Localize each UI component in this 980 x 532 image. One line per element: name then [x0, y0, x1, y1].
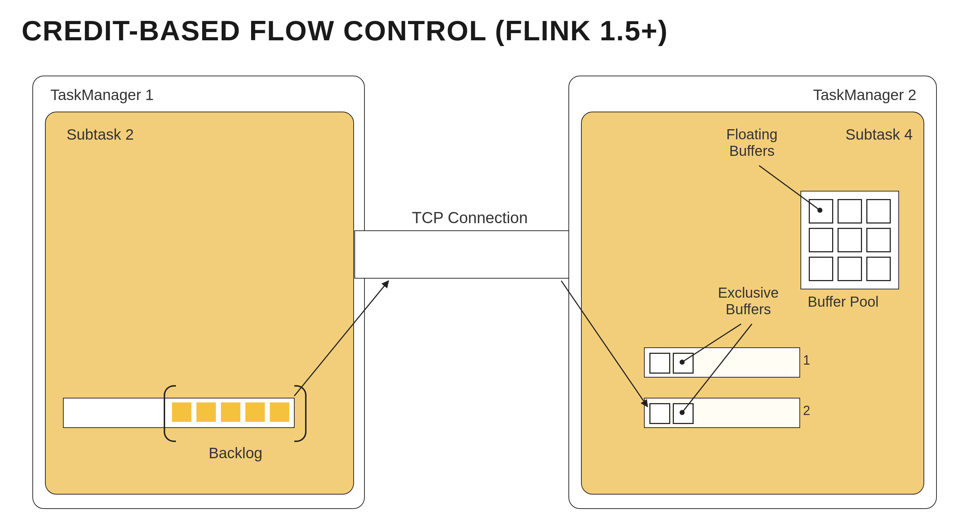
buffer-pool-cell [838, 256, 862, 281]
backlog-buffer [221, 402, 240, 422]
buffer-pool-cell [809, 199, 833, 223]
taskmanager-2-label: TaskManager 2 [813, 86, 916, 104]
buffer-pool-cell [866, 256, 891, 281]
backlog-bracket-right [294, 385, 307, 442]
buffer-pool-cell [809, 256, 833, 281]
buffer-pool-cell [809, 228, 833, 252]
subtask-2-box [45, 111, 354, 495]
page-title: CREDIT-BASED FLOW CONTROL (FLINK 1.5+) [22, 14, 668, 47]
backlog-label: Backlog [208, 444, 262, 462]
exclusive-buffer-cell [673, 403, 694, 424]
taskmanager-1-label: TaskManager 1 [50, 86, 154, 104]
diagram-stage: CREDIT-BASED FLOW CONTROL (FLINK 1.5+) T… [0, 0, 980, 532]
subtask-4-label: Subtask 4 [845, 126, 913, 143]
buffer-pool-cell [838, 228, 862, 252]
backlog-buffer [245, 402, 265, 422]
subtask-2-label: Subtask 2 [67, 126, 134, 143]
buffer-pool-label: Buffer Pool [808, 293, 878, 310]
buffer-pool-cell [866, 199, 891, 223]
floating-buffers-label: Floating Buffers [719, 126, 784, 159]
backlog-bracket-left [164, 385, 176, 442]
exclusive-buffers-label: Exclusive Buffers [712, 284, 784, 317]
channel-2-number: 2 [803, 403, 810, 418]
buffer-pool-cell [866, 228, 891, 252]
exclusive-buffer-cell [649, 403, 670, 424]
tcp-connection-label: TCP Connection [412, 209, 528, 227]
exclusive-buffer-cell [649, 353, 670, 374]
channel-1-number: 1 [803, 353, 810, 368]
tcp-connection-box [354, 230, 579, 279]
backlog-buffer [270, 402, 289, 422]
backlog-buffer [196, 402, 216, 422]
buffer-pool-cell [838, 199, 862, 223]
exclusive-buffer-cell [673, 353, 694, 374]
